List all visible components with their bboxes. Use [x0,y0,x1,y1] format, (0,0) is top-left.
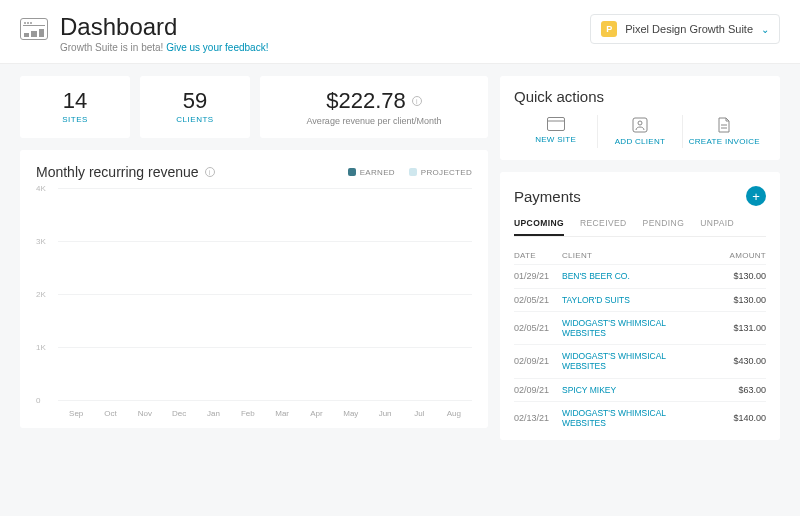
svg-rect-0 [547,118,564,131]
chart-title: Monthly recurring revenue i [36,164,215,180]
xlabel: Jan [199,409,227,418]
ytick: 1K [36,343,46,352]
gridline [58,188,472,189]
cell-client[interactable]: WIDOGAST'S WHIMSICAL WEBSITES [562,408,712,428]
legend-projected-label: PROJECTED [421,168,472,177]
org-name: Pixel Design Growth Suite [625,23,753,35]
xlabel: Nov [131,409,159,418]
cell-date: 02/13/21 [514,413,562,423]
cell-date: 02/09/21 [514,385,562,395]
swatch-earned [348,168,356,176]
dashboard-icon [20,18,48,40]
org-selector[interactable]: P Pixel Design Growth Suite ⌄ [590,14,780,44]
gridline [58,294,472,295]
table-row[interactable]: 02/13/21WIDOGAST'S WHIMSICAL WEBSITES$14… [514,401,766,434]
header: Dashboard Growth Suite is in beta! Give … [0,0,800,64]
payments-table-head: DATE CLIENT AMOUNT [514,247,766,264]
xlabel: Mar [268,409,296,418]
payments-tabs: UPCOMINGRECEIVEDPENDINGUNPAID [514,218,766,237]
quick-action-add-client[interactable]: ADD CLIENT [598,115,682,148]
cell-client[interactable]: WIDOGAST'S WHIMSICAL WEBSITES [562,318,712,338]
stat-label: SITES [34,115,116,124]
stat-clients[interactable]: 59 CLIENTS [140,76,250,138]
legend-earned-label: EARNED [360,168,395,177]
quick-action-label: CREATE INVOICE [683,137,766,146]
svg-point-3 [638,121,642,125]
avg-value: $222.78 i [326,88,422,114]
quick-action-new-site[interactable]: NEW SITE [514,115,598,148]
table-row[interactable]: 02/09/21SPICY MIKEY$63.00 [514,378,766,401]
tab-unpaid[interactable]: UNPAID [700,218,734,236]
chart-xlabels: SepOctNovDecJanFebMarAprMayJunJulAug [58,409,472,418]
page-title: Dashboard [60,14,268,40]
cell-client[interactable]: SPICY MIKEY [562,385,712,395]
xlabel: Jun [371,409,399,418]
swatch-projected [409,168,417,176]
stat-value: 59 [154,88,236,114]
ytick: 2K [36,290,46,299]
chart-legend: EARNED PROJECTED [348,168,472,177]
quick-action-label: ADD CLIENT [598,137,681,146]
quick-action-label: NEW SITE [514,135,597,144]
payments-header: Payments + [514,186,766,206]
cell-amount: $63.00 [712,385,766,395]
chart-area: SepOctNovDecJanFebMarAprMayJunJulAug 01K… [36,188,472,418]
xlabel: Jul [405,409,433,418]
tab-upcoming[interactable]: UPCOMING [514,218,564,236]
gridline [58,241,472,242]
xlabel: Feb [234,409,262,418]
avg-label: Average revenue per client/Month [274,116,474,126]
title-block: Dashboard Growth Suite is in beta! Give … [60,14,268,53]
cell-amount: $131.00 [712,323,766,333]
col-date-header: DATE [514,251,562,260]
xlabel: Aug [440,409,468,418]
table-row[interactable]: 02/09/21WIDOGAST'S WHIMSICAL WEBSITES$43… [514,344,766,377]
quick-actions-card: Quick actions NEW SITEADD CLIENTCREATE I… [500,76,780,160]
stat-value: 14 [34,88,116,114]
cell-client[interactable]: TAYLOR'D SUITS [562,295,712,305]
stats-row: 14 SITES 59 CLIENTS $222.78 i Average re… [20,76,488,138]
cell-date: 02/05/21 [514,295,562,305]
payments-card: Payments + UPCOMINGRECEIVEDPENDINGUNPAID… [500,172,780,440]
stat-avg-revenue: $222.78 i Average revenue per client/Mon… [260,76,488,138]
xlabel: Oct [96,409,124,418]
ytick: 3K [36,237,46,246]
chart-title-text: Monthly recurring revenue [36,164,199,180]
chart-card: Monthly recurring revenue i EARNED PROJE… [20,150,488,428]
xlabel: Sep [62,409,90,418]
avg-amount: $222.78 [326,88,406,114]
info-icon[interactable]: i [412,96,422,106]
add-payment-button[interactable]: + [746,186,766,206]
quick-actions-title: Quick actions [514,88,766,105]
feedback-link[interactable]: Give us your feedback! [166,42,268,53]
stat-label: CLIENTS [154,115,236,124]
stat-sites[interactable]: 14 SITES [20,76,130,138]
gridline [58,347,472,348]
quick-actions-row: NEW SITEADD CLIENTCREATE INVOICE [514,115,766,148]
header-left: Dashboard Growth Suite is in beta! Give … [20,14,268,53]
chart-header: Monthly recurring revenue i EARNED PROJE… [36,164,472,180]
cell-amount: $130.00 [712,271,766,281]
left-column: 14 SITES 59 CLIENTS $222.78 i Average re… [20,76,488,440]
xlabel: Apr [302,409,330,418]
legend-earned: EARNED [348,168,395,177]
cell-client[interactable]: WIDOGAST'S WHIMSICAL WEBSITES [562,351,712,371]
col-amount-header: AMOUNT [712,251,766,260]
ytick: 0 [36,396,40,405]
table-row[interactable]: 01/29/21BEN'S BEER CO.$130.00 [514,264,766,287]
payments-rows: 01/29/21BEN'S BEER CO.$130.0002/05/21TAY… [514,264,766,434]
quick-action-create-invoice[interactable]: CREATE INVOICE [683,115,766,148]
payments-title: Payments [514,188,581,205]
subtitle-text: Growth Suite is in beta! [60,42,166,53]
cell-amount: $140.00 [712,413,766,423]
cell-date: 02/05/21 [514,323,562,333]
xlabel: May [337,409,365,418]
tab-pending[interactable]: PENDING [643,218,685,236]
table-row[interactable]: 02/05/21TAYLOR'D SUITS$130.00 [514,288,766,311]
col-client-header: CLIENT [562,251,712,260]
table-row[interactable]: 02/05/21WIDOGAST'S WHIMSICAL WEBSITES$13… [514,311,766,344]
tab-received[interactable]: RECEIVED [580,218,627,236]
info-icon[interactable]: i [205,167,215,177]
cell-client[interactable]: BEN'S BEER CO. [562,271,712,281]
cell-amount: $130.00 [712,295,766,305]
